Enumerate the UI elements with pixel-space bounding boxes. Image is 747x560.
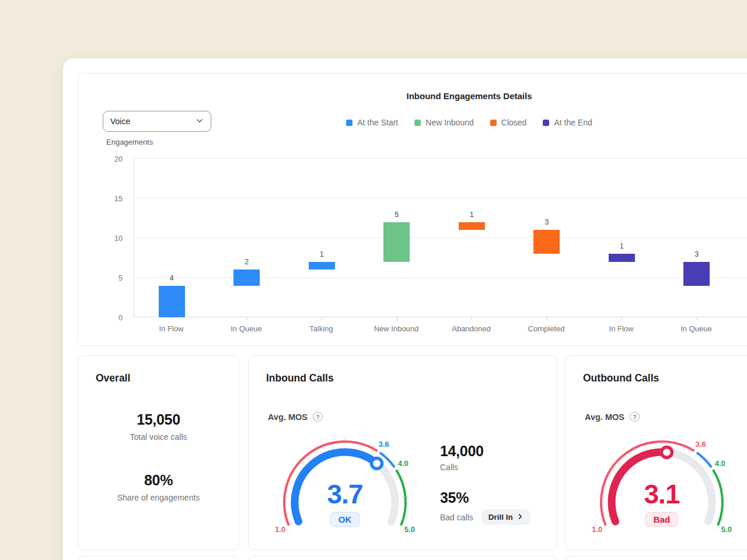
next-row-card-sliver (565, 556, 747, 560)
bar-value-label: 5 (385, 211, 409, 219)
bar-7-in-queue[interactable] (683, 262, 710, 286)
gauge-scale-label: 4.0 (398, 459, 409, 468)
bar-1-in-queue[interactable] (233, 270, 260, 285)
outbound-mos-gauge: 3.1 Bad 1.03.64.05.0 (574, 429, 747, 546)
legend-item-at-the-end[interactable]: At the End (543, 118, 592, 127)
x-tickmark (247, 317, 247, 320)
legend-label: New Inbound (425, 118, 474, 127)
bar-value-label: 1 (460, 211, 483, 219)
help-icon[interactable]: ? (313, 412, 323, 422)
legend-swatch (543, 120, 549, 126)
bar-value-label: 3 (685, 250, 708, 258)
x-tick-label: New Inbound (359, 324, 434, 333)
x-tick-label: In Flow (584, 324, 659, 333)
card-title: Inbound Calls (266, 372, 334, 384)
legend-label: At the End (554, 118, 592, 127)
y-axis-title: Engagements (106, 138, 153, 146)
gridline (134, 237, 747, 238)
share-of-engagements-label: Share of engagements (78, 493, 239, 502)
legend-item-closed[interactable]: Closed (490, 118, 527, 127)
inbound-calls-card: Inbound Calls Avg. MOS ? 3.7 OK 1.03.64.… (248, 355, 557, 550)
x-tick-label: In Queue (209, 324, 284, 333)
x-tick-label: Talking (284, 324, 359, 333)
legend-swatch (414, 120, 421, 126)
x-axis-labels: In FlowIn QueueTalkingNew InboundAbandon… (134, 324, 747, 336)
inbound-engagements-card: Inbound Engagements Details Voice At the… (78, 73, 747, 346)
card-title: Outbound Calls (583, 372, 659, 384)
bar-value-label: 1 (610, 242, 633, 250)
y-tick-label: 10 (114, 235, 123, 243)
bar-value-label: 3 (535, 218, 558, 226)
gauge-scale-label: 1.0 (275, 524, 285, 533)
bar-0-in-flow[interactable] (159, 286, 185, 317)
bad-calls-value: 35% (440, 489, 557, 506)
legend-swatch (490, 120, 497, 126)
x-tickmark (547, 317, 547, 320)
inbound-mos-gauge: 3.7 OK 1.03.64.05.0 (257, 429, 432, 546)
legend-label: Closed (501, 118, 527, 127)
bar-2-talking[interactable] (309, 262, 335, 270)
inbound-side-stats: 14,000 Calls 35% Bad calls Drill In (440, 443, 557, 525)
gauge-scale-label: 5.0 (721, 524, 732, 533)
bar-value-label: 1 (310, 250, 333, 258)
calls-value: 14,000 (440, 443, 557, 460)
x-tickmark (397, 317, 397, 320)
y-tick-label: 0 (118, 314, 123, 322)
gauge-knob (372, 459, 382, 469)
legend-item-new-inbound[interactable]: New Inbound (414, 118, 474, 127)
chart-title: Inbound Engagements Details (78, 91, 747, 101)
bar-chart-plot: 42151313 (134, 159, 747, 317)
drill-in-button[interactable]: Drill In (481, 509, 530, 525)
legend-swatch (346, 120, 352, 126)
help-icon[interactable]: ? (630, 412, 640, 422)
y-tick-label: 15 (114, 195, 123, 203)
x-tickmark (622, 317, 622, 320)
bar-value-label: 4 (160, 274, 183, 282)
outbound-calls-card: Outbound Calls Avg. MOS ? 3.1 Bad 1.03.6… (565, 355, 747, 550)
gauge-scale-label: 5.0 (404, 524, 415, 533)
gridline (134, 317, 747, 317)
gauge-scale-label: 3.6 (379, 440, 389, 449)
next-row-card-sliver (248, 556, 557, 560)
x-tickmark (172, 317, 172, 320)
total-voice-calls-label: Total voice calls (78, 432, 239, 442)
overall-stats: 15,050 Total voice calls 80% Share of en… (78, 411, 239, 502)
gauge-scale-label: 4.0 (715, 459, 725, 468)
gauge-scale-label: 1.0 (592, 524, 602, 533)
gauge-scale-label: 3.6 (696, 440, 706, 449)
bar-value-label: 2 (235, 258, 259, 266)
avg-mos-label: Avg. MOS (268, 412, 308, 422)
app-window: Inbound Engagements Details Voice At the… (63, 58, 747, 560)
legend-item-at-the-start[interactable]: At the Start (346, 118, 398, 127)
chevron-right-icon (517, 513, 523, 522)
gauge-value: 3.1 (644, 478, 680, 510)
calls-label: Calls (440, 463, 557, 472)
bar-3-new-inbound[interactable] (383, 222, 410, 262)
card-title: Overall (96, 372, 130, 384)
gridline (134, 277, 747, 278)
y-tick-label: 5 (118, 274, 123, 282)
bar-5-completed[interactable] (533, 230, 560, 254)
bad-calls-label: Bad calls (440, 513, 473, 522)
x-tickmark (472, 317, 472, 320)
gauge-knob (661, 447, 672, 457)
bad-calls-row: Bad calls Drill In (440, 509, 557, 525)
bar-6-in-flow[interactable] (609, 254, 635, 262)
x-tick-label: Completed (509, 324, 584, 333)
x-tick-label: In Flow (134, 324, 209, 333)
next-row-card-sliver (78, 556, 239, 560)
gridline (134, 158, 747, 159)
avg-mos-label: Avg. MOS (585, 412, 624, 422)
avg-mos-heading: Avg. MOS ? (268, 412, 323, 422)
gridline (134, 198, 747, 198)
total-voice-calls-value: 15,050 (78, 411, 239, 428)
x-tick-label: In Queue (659, 324, 734, 333)
gauge-status-badge: OK (330, 512, 360, 527)
gauge-value: 3.7 (327, 478, 363, 510)
drill-in-label: Drill In (488, 513, 513, 522)
avg-mos-heading: Avg. MOS ? (585, 412, 640, 422)
overall-card: Overall 15,050 Total voice calls 80% Sha… (78, 355, 239, 550)
chart-legend: At the Start New Inbound Closed At the E… (78, 118, 747, 127)
bar-4-abandoned[interactable] (459, 222, 485, 230)
share-of-engagements-value: 80% (78, 472, 239, 489)
